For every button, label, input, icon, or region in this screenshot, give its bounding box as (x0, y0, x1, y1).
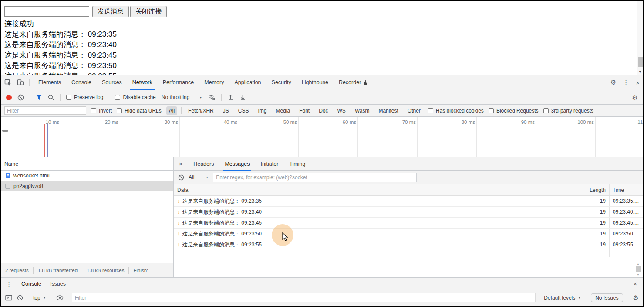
network-settings-gear-icon[interactable]: ⚙ (632, 90, 638, 105)
close-detail-icon[interactable]: × (179, 160, 182, 167)
third-party-requests-checkbox[interactable]: 3rd-party requests (543, 108, 593, 114)
filter-type-doc[interactable]: Doc (316, 106, 330, 115)
clear-console-icon[interactable] (17, 295, 23, 301)
drawer-close-icon[interactable]: × (634, 280, 637, 287)
execution-context-dropdown[interactable]: top ▼ (33, 295, 46, 301)
request-row-websocket-html[interactable]: websocket.html (1, 171, 173, 181)
messages-scrollbar[interactable]: ▲ ▼ (635, 263, 641, 276)
drawer-tab-issues[interactable]: Issues (46, 278, 70, 290)
message-row[interactable]: ↓这是来自服务端的消息： 09:23:35 19 09:23:35.... (174, 196, 643, 207)
chevron-down-icon: ▼ (206, 176, 209, 179)
search-icon[interactable] (48, 94, 54, 101)
filter-type-fetch-xhr[interactable]: Fetch/XHR (185, 106, 216, 115)
drawer-tab-console[interactable]: Console (17, 278, 46, 290)
console-filter-input[interactable] (72, 293, 536, 302)
chevron-down-icon: ▼ (43, 296, 46, 299)
console-settings-gear-icon[interactable]: ⚙ (633, 294, 639, 302)
filter-type-other[interactable]: Other (405, 106, 423, 115)
drawer-more-icon[interactable]: ⋮ (1, 281, 17, 287)
record-network-log-icon[interactable] (6, 95, 12, 100)
throttling-dropdown[interactable]: No throttling ▼ (162, 94, 202, 100)
scroll-down-icon[interactable]: ▼ (637, 273, 640, 276)
messages-scrollbar-thumb[interactable] (636, 266, 641, 272)
length-column-header[interactable]: Length (587, 184, 609, 195)
tab-lighthouse[interactable]: Lighthouse (297, 75, 334, 90)
message-input[interactable] (4, 6, 89, 17)
message-row[interactable]: ↓这是来自服务端的消息： 09:23:45 19 09:23:45.... (174, 218, 643, 229)
filter-type-js[interactable]: JS (220, 106, 232, 115)
filter-type-css[interactable]: CSS (236, 106, 252, 115)
filter-type-media[interactable]: Media (273, 106, 293, 115)
blocked-requests-checkbox[interactable]: Blocked Requests (489, 108, 539, 114)
filter-type-manifest[interactable]: Manifest (376, 106, 401, 115)
data-column-header[interactable]: Data (174, 187, 587, 193)
import-har-icon[interactable] (227, 94, 234, 101)
log-levels-dropdown[interactable]: Default levels ▼ (544, 295, 581, 301)
device-toolbar-icon[interactable] (17, 79, 24, 86)
export-har-icon[interactable] (239, 94, 246, 101)
page-scrollbar[interactable]: ▼ (637, 1, 643, 75)
tab-headers[interactable]: Headers (193, 157, 214, 171)
clear-network-log-icon[interactable] (17, 94, 24, 101)
tab-performance[interactable]: Performance (158, 75, 199, 90)
filter-type-font[interactable]: Font (297, 106, 312, 115)
message-row[interactable]: ↓这是来自服务端的消息： 09:23:40 19 09:23:40.... (174, 207, 643, 218)
message-row[interactable]: ↓这是来自服务端的消息： 09:23:55 19 09:23:55.... (174, 239, 643, 250)
close-connection-button[interactable]: 关闭连接 (130, 6, 167, 17)
invert-checkbox[interactable]: Invert (91, 108, 112, 114)
tab-timing[interactable]: Timing (289, 157, 305, 171)
network-filter-bar: Invert Hide data URLs All Fetch/XHR JS C… (1, 105, 643, 117)
name-column-header[interactable]: Name (1, 157, 173, 171)
tab-security[interactable]: Security (266, 75, 297, 90)
scroll-down-icon[interactable]: ▼ (637, 70, 643, 74)
filter-type-img[interactable]: Img (255, 106, 269, 115)
network-toolbar: Preserve log Disable cache No throttling… (1, 90, 643, 105)
tab-application[interactable]: Application (229, 75, 266, 90)
filter-type-ws[interactable]: WS (335, 106, 348, 115)
page-scrollbar-thumb[interactable] (638, 57, 643, 67)
clear-messages-icon[interactable] (178, 174, 184, 181)
hide-data-urls-checkbox[interactable]: Hide data URLs (117, 108, 162, 114)
finish-time: Finish: (133, 268, 148, 273)
detail-tabbar: × Headers Messages Initiator Timing (174, 157, 643, 171)
scroll-up-icon[interactable]: ▲ (637, 263, 640, 266)
tab-console[interactable]: Console (66, 75, 97, 90)
filter-type-all[interactable]: All (166, 106, 177, 115)
filter-type-wasm[interactable]: Wasm (352, 106, 372, 115)
inspect-element-icon[interactable] (4, 79, 12, 86)
devtools-more-menu-icon[interactable]: ⋮ (623, 78, 629, 86)
disable-cache-checkbox[interactable]: Disable cache (115, 94, 155, 100)
has-blocked-cookies-checkbox[interactable]: Has blocked cookies (428, 108, 484, 114)
time-column-header[interactable]: Time (609, 184, 643, 195)
preserve-log-checkbox[interactable]: Preserve log (66, 94, 103, 100)
devtools-close-icon[interactable]: × (636, 79, 640, 86)
transferred-size: 1.8 kB transferred (38, 268, 78, 273)
send-message-button[interactable]: 发送消息 (92, 6, 129, 17)
network-timeline-overview[interactable]: 10 ms 20 ms 30 ms 40 ms 50 ms 60 ms 70 m… (1, 117, 643, 157)
request-row-websocket-connection[interactable]: pn2agj3vzo8 (1, 181, 173, 191)
network-conditions-icon[interactable] (208, 94, 216, 101)
tab-memory[interactable]: Memory (199, 75, 229, 90)
console-sidebar-icon[interactable] (5, 295, 12, 301)
live-expression-eye-icon[interactable] (56, 295, 64, 300)
tab-sources[interactable]: Sources (97, 75, 127, 90)
tab-initiator[interactable]: Initiator (260, 157, 278, 171)
network-filter-input[interactable] (4, 106, 86, 115)
console-drawer: ⋮ Console Issues × top ▼ Default levels … (1, 277, 643, 306)
message-regex-input[interactable] (213, 173, 417, 182)
no-issues-button[interactable]: No Issues (591, 293, 623, 302)
filter-funnel-icon[interactable] (36, 94, 42, 100)
tab-elements[interactable]: Elements (33, 75, 66, 90)
devtools-settings-gear-icon[interactable]: ⚙ (610, 78, 616, 86)
tab-recorder[interactable]: Recorder (334, 75, 373, 90)
tab-network[interactable]: Network (127, 75, 158, 90)
server-message-log: 连接成功 这是来自服务端的消息： 09:23:35 这是来自服务端的消息： 09… (4, 19, 117, 75)
message-row[interactable]: ↓这是来自服务端的消息： 09:23:50 19 09:23:50.... (174, 229, 643, 239)
timeline-gridline: 100 ms (595, 117, 596, 157)
timeline-gridline: 10 ms (61, 117, 61, 157)
timeline-gridline: 90 ms (536, 117, 536, 157)
timeline-gridline: 80 ms (476, 117, 477, 157)
devtools-window-controls: ⚙ ⋮ × (604, 75, 640, 90)
tab-messages[interactable]: Messages (225, 157, 250, 171)
message-type-dropdown[interactable]: All ▼ (189, 174, 209, 181)
